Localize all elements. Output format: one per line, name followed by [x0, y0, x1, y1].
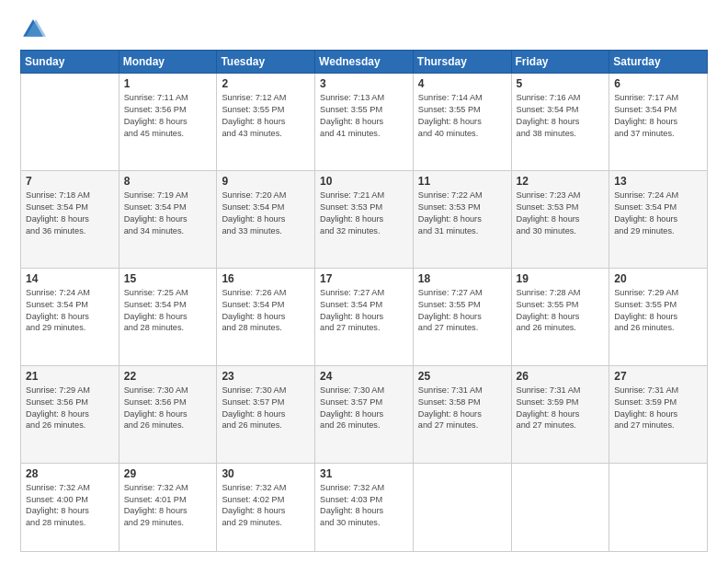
- cell-content: Sunrise: 7:23 AMSunset: 3:53 PMDaylight:…: [517, 190, 605, 237]
- day-number: 1: [124, 77, 212, 90]
- calendar-cell: 29Sunrise: 7:32 AMSunset: 4:01 PMDayligh…: [119, 463, 217, 551]
- day-number: 21: [26, 370, 114, 383]
- calendar-cell: 7Sunrise: 7:18 AMSunset: 3:54 PMDaylight…: [21, 170, 119, 268]
- calendar-cell: 9Sunrise: 7:20 AMSunset: 3:54 PMDaylight…: [217, 170, 315, 268]
- cell-content: Sunrise: 7:25 AMSunset: 3:54 PMDaylight:…: [124, 287, 212, 335]
- day-number: 26: [517, 370, 605, 383]
- calendar-cell: 8Sunrise: 7:19 AMSunset: 3:54 PMDaylight…: [119, 170, 217, 268]
- cell-content: Sunrise: 7:14 AMSunset: 3:55 PMDaylight:…: [418, 92, 506, 140]
- calendar-cell: 13Sunrise: 7:24 AMSunset: 3:54 PMDayligh…: [609, 170, 708, 268]
- day-number: 15: [124, 272, 212, 285]
- calendar-cell: [21, 74, 119, 171]
- logo-icon: [20, 17, 46, 42]
- day-number: 10: [320, 175, 408, 188]
- calendar-cell: 5Sunrise: 7:16 AMSunset: 3:54 PMDaylight…: [511, 74, 609, 171]
- page: SundayMondayTuesdayWednesdayThursdayFrid…: [0, 0, 728, 563]
- calendar-cell: 19Sunrise: 7:28 AMSunset: 3:55 PMDayligh…: [511, 268, 609, 365]
- calendar-cell: 22Sunrise: 7:30 AMSunset: 3:56 PMDayligh…: [119, 365, 217, 463]
- day-number: 28: [26, 467, 114, 480]
- calendar-cell: 25Sunrise: 7:31 AMSunset: 3:58 PMDayligh…: [413, 365, 511, 463]
- calendar-cell: 4Sunrise: 7:14 AMSunset: 3:55 PMDaylight…: [413, 74, 511, 171]
- day-number: 22: [124, 370, 212, 383]
- cell-content: Sunrise: 7:32 AMSunset: 4:00 PMDaylight:…: [26, 482, 114, 530]
- cell-content: Sunrise: 7:16 AMSunset: 3:54 PMDaylight:…: [517, 92, 605, 140]
- calendar-cell: 23Sunrise: 7:30 AMSunset: 3:57 PMDayligh…: [217, 365, 315, 463]
- day-number: 17: [320, 272, 408, 285]
- cell-content: Sunrise: 7:20 AMSunset: 3:54 PMDaylight:…: [222, 190, 310, 237]
- header-day-friday: Friday: [511, 51, 609, 74]
- day-number: 24: [320, 370, 408, 383]
- week-row-5: 28Sunrise: 7:32 AMSunset: 4:00 PMDayligh…: [21, 463, 708, 551]
- header-day-sunday: Sunday: [21, 51, 119, 74]
- calendar-cell: 31Sunrise: 7:32 AMSunset: 4:03 PMDayligh…: [315, 463, 414, 551]
- day-number: 9: [222, 175, 310, 188]
- calendar-cell: 1Sunrise: 7:11 AMSunset: 3:56 PMDaylight…: [119, 74, 217, 171]
- day-number: 2: [222, 77, 310, 90]
- day-number: 5: [517, 77, 605, 90]
- cell-content: Sunrise: 7:24 AMSunset: 3:54 PMDaylight:…: [26, 287, 114, 335]
- cell-content: Sunrise: 7:21 AMSunset: 3:53 PMDaylight:…: [320, 190, 408, 237]
- day-number: 4: [418, 77, 506, 90]
- cell-content: Sunrise: 7:32 AMSunset: 4:02 PMDaylight:…: [222, 482, 310, 530]
- calendar-cell: 15Sunrise: 7:25 AMSunset: 3:54 PMDayligh…: [119, 268, 217, 365]
- cell-content: Sunrise: 7:30 AMSunset: 3:57 PMDaylight:…: [222, 385, 310, 432]
- calendar-cell: 3Sunrise: 7:13 AMSunset: 3:55 PMDaylight…: [315, 74, 414, 171]
- day-number: 31: [320, 467, 408, 480]
- cell-content: Sunrise: 7:29 AMSunset: 3:55 PMDaylight:…: [614, 287, 702, 335]
- header-day-saturday: Saturday: [609, 51, 708, 74]
- calendar-cell: 18Sunrise: 7:27 AMSunset: 3:55 PMDayligh…: [413, 268, 511, 365]
- cell-content: Sunrise: 7:13 AMSunset: 3:55 PMDaylight:…: [320, 92, 408, 140]
- day-number: 8: [124, 175, 212, 188]
- cell-content: Sunrise: 7:28 AMSunset: 3:55 PMDaylight:…: [517, 287, 605, 335]
- header-row: SundayMondayTuesdayWednesdayThursdayFrid…: [21, 51, 708, 74]
- cell-content: Sunrise: 7:18 AMSunset: 3:54 PMDaylight:…: [26, 190, 114, 237]
- cell-content: Sunrise: 7:26 AMSunset: 3:54 PMDaylight:…: [222, 287, 310, 335]
- calendar-cell: 20Sunrise: 7:29 AMSunset: 3:55 PMDayligh…: [609, 268, 708, 365]
- calendar-cell: [609, 463, 708, 551]
- day-number: 19: [517, 272, 605, 285]
- calendar-cell: [511, 463, 609, 551]
- day-number: 14: [26, 272, 114, 285]
- calendar-cell: 17Sunrise: 7:27 AMSunset: 3:54 PMDayligh…: [315, 268, 414, 365]
- cell-content: Sunrise: 7:27 AMSunset: 3:55 PMDaylight:…: [418, 287, 506, 335]
- cell-content: Sunrise: 7:29 AMSunset: 3:56 PMDaylight:…: [26, 385, 114, 432]
- cell-content: Sunrise: 7:24 AMSunset: 3:54 PMDaylight:…: [614, 190, 702, 237]
- day-number: 7: [26, 175, 114, 188]
- day-number: 3: [320, 77, 408, 90]
- week-row-4: 21Sunrise: 7:29 AMSunset: 3:56 PMDayligh…: [21, 365, 708, 463]
- cell-content: Sunrise: 7:30 AMSunset: 3:56 PMDaylight:…: [124, 385, 212, 432]
- calendar-cell: 16Sunrise: 7:26 AMSunset: 3:54 PMDayligh…: [217, 268, 315, 365]
- day-number: 18: [418, 272, 506, 285]
- cell-content: Sunrise: 7:12 AMSunset: 3:55 PMDaylight:…: [222, 92, 310, 140]
- day-number: 12: [517, 175, 605, 188]
- header-day-wednesday: Wednesday: [315, 51, 414, 74]
- calendar-body: 1Sunrise: 7:11 AMSunset: 3:56 PMDaylight…: [21, 74, 708, 552]
- calendar-cell: 30Sunrise: 7:32 AMSunset: 4:02 PMDayligh…: [217, 463, 315, 551]
- day-number: 27: [614, 370, 702, 383]
- cell-content: Sunrise: 7:31 AMSunset: 3:59 PMDaylight:…: [517, 385, 605, 432]
- day-number: 30: [222, 467, 310, 480]
- header: [20, 17, 708, 42]
- calendar-cell: 28Sunrise: 7:32 AMSunset: 4:00 PMDayligh…: [21, 463, 119, 551]
- calendar-cell: 12Sunrise: 7:23 AMSunset: 3:53 PMDayligh…: [511, 170, 609, 268]
- cell-content: Sunrise: 7:22 AMSunset: 3:53 PMDaylight:…: [418, 190, 506, 237]
- cell-content: Sunrise: 7:31 AMSunset: 3:59 PMDaylight:…: [614, 385, 702, 432]
- calendar-cell: 26Sunrise: 7:31 AMSunset: 3:59 PMDayligh…: [511, 365, 609, 463]
- day-number: 20: [614, 272, 702, 285]
- day-number: 23: [222, 370, 310, 383]
- cell-content: Sunrise: 7:27 AMSunset: 3:54 PMDaylight:…: [320, 287, 408, 335]
- calendar-cell: 27Sunrise: 7:31 AMSunset: 3:59 PMDayligh…: [609, 365, 708, 463]
- week-row-2: 7Sunrise: 7:18 AMSunset: 3:54 PMDaylight…: [21, 170, 708, 268]
- calendar-cell: 6Sunrise: 7:17 AMSunset: 3:54 PMDaylight…: [609, 74, 708, 171]
- calendar-cell: 10Sunrise: 7:21 AMSunset: 3:53 PMDayligh…: [315, 170, 414, 268]
- calendar-table: SundayMondayTuesdayWednesdayThursdayFrid…: [20, 50, 708, 552]
- calendar-cell: 14Sunrise: 7:24 AMSunset: 3:54 PMDayligh…: [21, 268, 119, 365]
- calendar-cell: 21Sunrise: 7:29 AMSunset: 3:56 PMDayligh…: [21, 365, 119, 463]
- day-number: 25: [418, 370, 506, 383]
- header-day-tuesday: Tuesday: [217, 51, 315, 74]
- logo: [20, 17, 51, 42]
- cell-content: Sunrise: 7:31 AMSunset: 3:58 PMDaylight:…: [418, 385, 506, 432]
- calendar-header: SundayMondayTuesdayWednesdayThursdayFrid…: [21, 51, 708, 74]
- header-day-monday: Monday: [119, 51, 217, 74]
- cell-content: Sunrise: 7:17 AMSunset: 3:54 PMDaylight:…: [614, 92, 702, 140]
